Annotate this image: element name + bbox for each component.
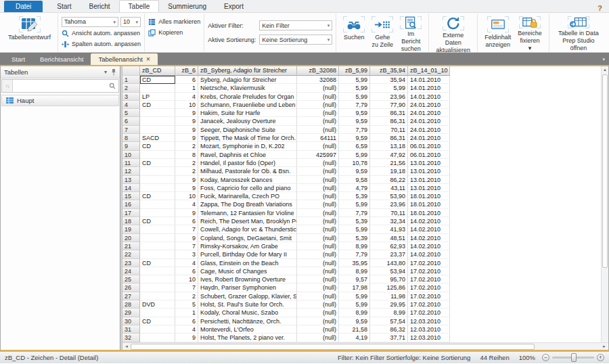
table-cell[interactable]: 14.01.2010 xyxy=(408,84,450,92)
table-cell[interactable] xyxy=(140,325,175,334)
feldinhalt-anzeigen-button[interactable]: Feldinhalt anzeigen xyxy=(481,15,514,50)
table-cell[interactable]: 47,92 xyxy=(370,151,408,159)
pin-icon[interactable] xyxy=(111,68,116,76)
table-row[interactable]: 246Cage, Music of Changes(null)8,9953,94… xyxy=(122,267,608,275)
row-number-cell[interactable]: 18 xyxy=(122,217,140,225)
row-number-cell[interactable]: 21 xyxy=(122,242,140,250)
table-cell[interactable]: 86,31 xyxy=(370,117,408,125)
table-cell[interactable]: 5,99 xyxy=(339,76,370,84)
table-cell[interactable]: Cage, Music of Changes xyxy=(198,267,297,275)
row-number-cell[interactable]: 2 xyxy=(122,84,140,92)
table-cell[interactable]: 13.01.2010 xyxy=(408,176,450,184)
table-cell[interactable] xyxy=(140,117,175,125)
table-cell[interactable]: CD xyxy=(140,192,175,200)
row-number-cell[interactable]: 4 xyxy=(122,101,140,109)
table-cell[interactable]: 9 xyxy=(175,209,198,217)
row-number-cell[interactable]: 32 xyxy=(122,334,140,342)
table-cell[interactable]: Janacek, Jealousy Overture xyxy=(198,117,297,125)
table-cell[interactable]: CD xyxy=(140,217,175,225)
table-cell[interactable]: CD xyxy=(140,76,175,84)
table-cell[interactable]: 21,56 xyxy=(370,159,408,167)
table-cell[interactable]: Hakim, Suite für Harfe xyxy=(198,109,297,117)
table-cell[interactable]: 23,96 xyxy=(370,93,408,101)
table-cell[interactable] xyxy=(140,283,175,292)
table-cell[interactable]: 5,99 xyxy=(370,84,408,92)
column-header[interactable]: zB_6 xyxy=(175,66,198,76)
row-number-cell[interactable]: 13 xyxy=(122,176,140,184)
table-cell[interactable]: 10 xyxy=(175,275,198,283)
table-cell[interactable]: 13.01.2010 xyxy=(408,167,450,175)
table-cell[interactable]: 24.01.2010 xyxy=(408,101,450,109)
table-cell[interactable]: 7,79 xyxy=(339,101,370,109)
table-cell[interactable]: 5,99 xyxy=(339,292,370,300)
table-cell[interactable]: 77,90 xyxy=(370,101,408,109)
table-row[interactable]: 291Kodaly, Choral Music, Szabo(null)8,99… xyxy=(122,309,608,317)
table-cell[interactable] xyxy=(140,234,175,242)
table-cell[interactable]: 70,11 xyxy=(370,126,408,134)
table-cell[interactable]: Ravel, Daphnis et Chloe xyxy=(198,151,297,159)
table-cell[interactable]: CD xyxy=(140,259,175,267)
table-row[interactable]: 18CD6Reich, The Desert Man, Brooklyn PO(… xyxy=(122,217,608,225)
table-cell[interactable]: Seeger, Diaphonische Suite xyxy=(198,126,297,134)
table-cell[interactable]: 5,99 xyxy=(339,151,370,159)
font-family-select[interactable]: Tahoma ▾ xyxy=(62,17,118,27)
zoom-in-button[interactable]: + xyxy=(597,354,604,361)
table-cell[interactable]: 9 xyxy=(175,334,198,342)
table-cell[interactable]: (null) xyxy=(297,101,339,109)
table-cell[interactable]: 4,19 xyxy=(339,334,370,342)
row-number-cell[interactable]: 11 xyxy=(122,159,140,167)
spalten-autom-anpassen-button[interactable]: Spalten autom. anpassen xyxy=(62,40,141,49)
table-cell[interactable]: (null) xyxy=(297,117,339,125)
table-cell[interactable]: 6 xyxy=(175,76,198,84)
table-cell[interactable]: 14.02.2010 xyxy=(408,234,450,242)
table-cell[interactable]: Zappa, The Dog Breath Variations xyxy=(198,200,297,208)
table-cell[interactable]: Foss, Capricio for cello and piano xyxy=(198,184,297,192)
table-cell[interactable] xyxy=(140,292,175,300)
row-number-cell[interactable]: 22 xyxy=(122,250,140,258)
table-cell[interactable]: 23,37 xyxy=(370,250,408,258)
table-cell[interactable]: 21,58 xyxy=(339,325,370,334)
table-cell[interactable] xyxy=(140,242,175,250)
table-cell[interactable]: Kodaly, Choral Music, Szabo xyxy=(198,309,297,317)
table-cell[interactable]: SACD xyxy=(140,134,175,142)
column-header[interactable]: zB_5,99 xyxy=(339,66,370,76)
table-cell[interactable]: Persichetti, Nachttänze, Orch. xyxy=(198,317,297,325)
table-cell[interactable]: 12.03.2010 xyxy=(408,317,450,325)
table-cell[interactable]: 35,95 xyxy=(339,259,370,267)
table-cell[interactable]: 9,59 xyxy=(339,109,370,117)
externe-daten-aktualisieren-button[interactable]: Externe Daten aktualisieren xyxy=(432,15,474,50)
table-cell[interactable]: Tippett, The Mask of Time for Orch. xyxy=(198,134,297,142)
table-cell[interactable]: 17.02.2010 xyxy=(408,275,450,283)
table-cell[interactable]: 1 xyxy=(175,309,198,317)
table-row[interactable]: 28DVD5Holst, St. Paul's Suite for Orch.(… xyxy=(122,300,608,309)
table-cell[interactable]: 8,99 xyxy=(370,309,408,317)
table-cell[interactable]: 2 xyxy=(175,167,198,175)
font-size-select[interactable]: 10 ▾ xyxy=(120,17,141,27)
tab-list-dropdown-icon[interactable]: ▾ xyxy=(602,57,609,65)
table-cell[interactable]: 43,11 xyxy=(370,184,408,192)
table-row[interactable]: 23CD4Glass, Einstein on the Beach(null)3… xyxy=(122,259,608,267)
table-row[interactable]: 164Zappa, The Dog Breath Variations(null… xyxy=(122,200,608,208)
table-cell[interactable]: 86,31 xyxy=(370,109,408,117)
table-cell[interactable] xyxy=(140,209,175,217)
suchen-button[interactable]: Suchen xyxy=(340,15,368,50)
table-cell[interactable]: Schumann, Frauenliebe und Leben xyxy=(198,101,297,109)
table-cell[interactable]: 2 xyxy=(175,159,198,167)
table-cell[interactable]: 7 xyxy=(175,283,198,292)
table-cell[interactable]: Fucik, Marinarella, Czech PO xyxy=(198,192,297,200)
table-cell[interactable] xyxy=(140,225,175,233)
row-number-cell[interactable]: 25 xyxy=(122,275,140,283)
table-cell[interactable]: 10 xyxy=(175,192,198,200)
column-header[interactable]: zB_CD xyxy=(140,66,175,76)
row-number-cell[interactable]: 7 xyxy=(122,126,140,134)
row-number-cell[interactable]: 14 xyxy=(122,184,140,192)
table-cell[interactable]: 14.01.2010 xyxy=(408,93,450,101)
table-cell[interactable]: 14.02.2010 xyxy=(408,242,450,250)
table-cell[interactable]: (null) xyxy=(297,325,339,334)
table-row[interactable]: 179Telemann, 12 Fantasien für Violine(nu… xyxy=(122,209,608,217)
table-cell[interactable]: 9 xyxy=(175,134,198,142)
help-icon[interactable]: ? xyxy=(597,3,609,12)
tables-search-input[interactable] xyxy=(13,80,106,92)
aktiver-filter-select[interactable]: Kein Filter ▾ xyxy=(259,20,332,30)
table-cell[interactable]: (null) xyxy=(297,209,339,217)
